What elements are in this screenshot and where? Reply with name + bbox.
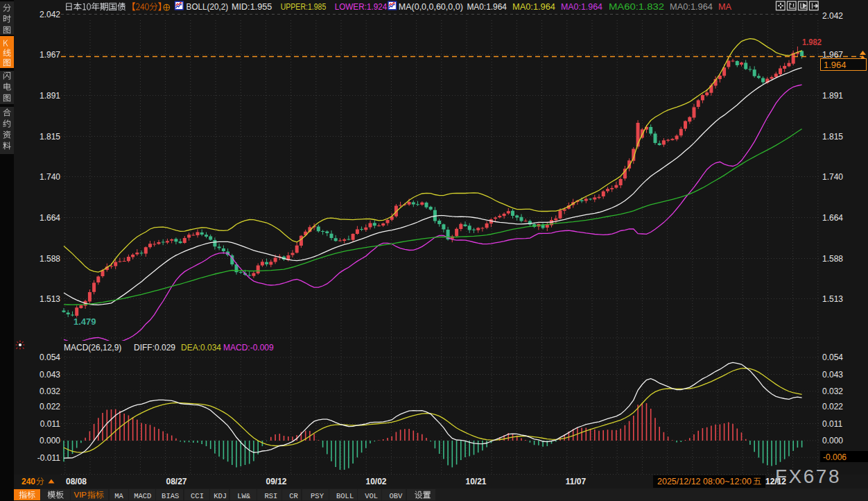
svg-text:PSY: PSY — [311, 492, 324, 500]
svg-text:2.042: 2.042 — [40, 10, 60, 19]
svg-text:MA0:1.964: MA0:1.964 — [467, 2, 507, 12]
svg-text:1.513: 1.513 — [40, 294, 60, 304]
svg-text:CCI: CCI — [191, 492, 204, 500]
svg-text:0.054: 0.054 — [822, 353, 843, 362]
svg-text:MA0:1.964: MA0:1.964 — [561, 2, 602, 12]
svg-text:1.891: 1.891 — [40, 91, 60, 101]
svg-text:0.043: 0.043 — [822, 370, 843, 380]
svg-text:1.479: 1.479 — [73, 316, 96, 327]
svg-text:240: 240 — [21, 477, 35, 486]
svg-text:MA(0,0,0,60,0,0): MA(0,0,0,60,0,0) — [399, 2, 463, 12]
svg-text:08/08: 08/08 — [66, 477, 87, 486]
svg-text:1.815: 1.815 — [40, 132, 60, 142]
svg-text:1.664: 1.664 — [822, 213, 843, 223]
svg-text:1.588: 1.588 — [822, 254, 843, 264]
svg-text:OBV: OBV — [389, 492, 403, 500]
svg-text:VIP: VIP — [74, 491, 87, 499]
svg-text:0.000: 0.000 — [822, 436, 843, 445]
svg-text:0.000: 0.000 — [40, 436, 60, 445]
svg-text:0.011: 0.011 — [40, 419, 60, 429]
svg-text:-0.006: -0.006 — [823, 452, 847, 462]
svg-text:DIFF:0.029: DIFF:0.029 — [134, 343, 175, 353]
svg-text:1.740: 1.740 — [822, 172, 843, 182]
svg-text:KDJ: KDJ — [214, 492, 227, 500]
svg-text:RSI: RSI — [264, 492, 277, 500]
svg-text:VOL: VOL — [365, 492, 378, 500]
svg-text:MA: MA — [718, 2, 732, 12]
svg-text:LOWER:1.924: LOWER:1.924 — [335, 2, 388, 12]
svg-text:MA0:1.964: MA0:1.964 — [512, 2, 555, 12]
svg-text:-0.011: -0.011 — [37, 453, 60, 463]
svg-text:2025/12/12 08:00~12:00: 2025/12/12 08:00~12:00 — [657, 477, 752, 486]
svg-text:MACD(26,12,9): MACD(26,12,9) — [64, 343, 121, 353]
svg-text:09/12: 09/12 — [266, 477, 286, 486]
svg-text:2.042: 2.042 — [822, 11, 843, 21]
svg-text:BOLL(20,2): BOLL(20,2) — [186, 2, 229, 12]
svg-text:1.513: 1.513 — [822, 294, 843, 304]
svg-text:MA: MA — [114, 492, 123, 500]
svg-text:12/12: 12/12 — [765, 477, 786, 486]
svg-text:0.011: 0.011 — [822, 419, 842, 429]
svg-text:DEA:0.034: DEA:0.034 — [181, 343, 221, 353]
svg-text:MID:1.955: MID:1.955 — [232, 2, 272, 12]
svg-text:1.740: 1.740 — [40, 172, 60, 182]
svg-text:0.043: 0.043 — [40, 370, 60, 380]
svg-text:MACD:-0.009: MACD:-0.009 — [223, 343, 274, 353]
svg-text:UPPER:1.985: UPPER:1.985 — [281, 2, 327, 12]
svg-text:1.891: 1.891 — [822, 91, 843, 101]
svg-text:BIAS: BIAS — [162, 492, 179, 500]
svg-text:MACD: MACD — [134, 492, 151, 500]
svg-text:0.054: 0.054 — [40, 353, 60, 362]
svg-text:11/07: 11/07 — [566, 477, 587, 486]
svg-text:0.022: 0.022 — [822, 402, 843, 411]
svg-text:1.815: 1.815 — [822, 132, 843, 142]
svg-text:CR: CR — [289, 492, 298, 500]
svg-text:1.967: 1.967 — [822, 50, 843, 60]
svg-text:0.032: 0.032 — [822, 387, 843, 396]
svg-text:BOLL: BOLL — [336, 492, 354, 500]
svg-text:1.664: 1.664 — [40, 213, 60, 223]
svg-text:MA60:1.832: MA60:1.832 — [609, 2, 664, 12]
svg-text:1.967: 1.967 — [40, 50, 60, 60]
svg-text:0.022: 0.022 — [40, 402, 60, 411]
svg-text:10/21: 10/21 — [465, 477, 486, 486]
svg-text:1.982: 1.982 — [802, 37, 822, 47]
svg-text:1.964: 1.964 — [824, 60, 847, 70]
svg-text:1.588: 1.588 — [40, 254, 60, 264]
svg-text:LW&: LW& — [237, 492, 251, 500]
svg-text:10/02: 10/02 — [365, 477, 386, 486]
svg-text:08/27: 08/27 — [166, 477, 186, 486]
svg-text:0.032: 0.032 — [40, 387, 60, 396]
svg-text:MA0:1.964: MA0:1.964 — [670, 2, 713, 12]
